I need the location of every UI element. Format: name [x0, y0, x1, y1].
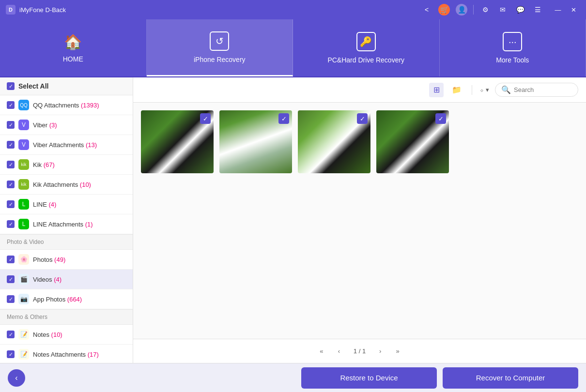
grid-view-button[interactable]: ⊞	[429, 83, 444, 97]
page-separator: /	[359, 347, 361, 355]
nav-bar: 🏠 HOME ↺ iPhone Recovery 🔑 PC&Hard Drive…	[0, 19, 586, 77]
toolbar-divider	[472, 85, 472, 95]
select-all-row[interactable]: Select All	[0, 77, 133, 95]
photo-check-3[interactable]: ✓	[357, 113, 368, 124]
home-icon: 🏠	[64, 33, 82, 50]
sidebar-item-videos[interactable]: 🎬 Videos (4)	[0, 270, 133, 289]
viber-label: Viber (3)	[33, 121, 57, 129]
select-all-checkbox[interactable]	[7, 82, 15, 90]
sidebar-item-notes-attachments[interactable]: 📝 Notes Attachments (17)	[0, 345, 133, 363]
search-input[interactable]	[514, 86, 572, 93]
kik-label: Kik (67)	[33, 161, 55, 168]
nav-item-home[interactable]: 🏠 HOME	[0, 19, 147, 76]
viber-attachments-checkbox[interactable]	[7, 141, 15, 149]
sidebar-item-viber[interactable]: V Viber (3)	[0, 115, 133, 135]
sidebar-item-line[interactable]: L LINE (4)	[0, 195, 133, 214]
qq-checkbox[interactable]	[7, 101, 15, 109]
sidebar: Select All QQ QQ Attachments (1393) V Vi…	[0, 77, 133, 363]
kik-icon: kik	[18, 159, 29, 170]
search-icon: 🔍	[501, 85, 511, 94]
viber-icon: V	[18, 120, 29, 130]
photo-item-2[interactable]: ✓	[219, 110, 292, 173]
select-all-label: Select All	[18, 82, 49, 90]
pagination: « ‹ 1 / 1 › »	[133, 339, 586, 363]
filter-button[interactable]: ⬦ ▾	[480, 86, 489, 93]
content-toolbar: ⊞ 📁 ⬦ ▾ 🔍	[133, 77, 586, 103]
share-icon[interactable]: <	[421, 4, 432, 15]
photo-grid: ✓ ✓ ✓ ✓	[133, 103, 586, 339]
chat-icon[interactable]: 💬	[514, 4, 526, 15]
notes-label: Notes (10)	[33, 331, 62, 338]
title-bar: D iMyFone D-Back < 🛒 👤 ⚙ ✉ 💬 ☰ — ✕	[0, 0, 586, 19]
main-content: Select All QQ QQ Attachments (1393) V Vi…	[0, 77, 586, 363]
photo-check-1[interactable]: ✓	[200, 113, 211, 124]
photo-check-4[interactable]: ✓	[435, 113, 446, 124]
photo-item-3[interactable]: ✓	[298, 110, 370, 173]
sidebar-item-kik[interactable]: kik Kik (67)	[0, 155, 133, 175]
photos-label: Photos (49)	[33, 256, 65, 263]
sidebar-item-viber-attachments[interactable]: V Viber Attachments (13)	[0, 135, 133, 155]
line-checkbox[interactable]	[7, 200, 15, 208]
filter-icon: ⬦	[480, 86, 484, 93]
sidebar-item-kik-attachments[interactable]: kik Kik Attachments (10)	[0, 175, 133, 195]
first-page-button[interactable]: «	[315, 345, 328, 358]
kik-attachments-checkbox[interactable]	[7, 181, 15, 188]
photo-item-4[interactable]: ✓	[376, 110, 449, 173]
line-attachments-icon: L	[18, 219, 29, 229]
photos-checkbox[interactable]	[7, 256, 15, 263]
photo-item-1[interactable]: ✓	[141, 110, 214, 173]
content-area: ⊞ 📁 ⬦ ▾ 🔍 ✓ ✓ ✓ ✓	[133, 77, 586, 363]
line-attachments-label: LINE Attachments (1)	[33, 221, 93, 228]
app-photos-label: App Photos (664)	[33, 296, 82, 303]
sidebar-item-notes[interactable]: 📝 Notes (10)	[0, 325, 133, 345]
nav-label-more-tools: More Tools	[496, 56, 529, 64]
mail-icon[interactable]: ✉	[497, 4, 509, 15]
viber-checkbox[interactable]	[7, 121, 15, 129]
notification-icon[interactable]: 🛒	[438, 4, 450, 15]
kik-attachments-label: Kik Attachments (10)	[33, 181, 91, 188]
recover-to-computer-button[interactable]: Recover to Computer	[443, 367, 578, 389]
nav-label-pc-recovery: PC&Hard Drive Recovery	[327, 56, 404, 64]
search-box: 🔍	[495, 83, 578, 97]
notes-attachments-checkbox[interactable]	[7, 350, 15, 358]
prev-page-button[interactable]: ‹	[332, 345, 346, 358]
nav-label-iphone-recovery: iPhone Recovery	[194, 56, 246, 63]
line-attachments-checkbox[interactable]	[7, 220, 15, 228]
sidebar-item-qq-attachments[interactable]: QQ QQ Attachments (1393)	[0, 95, 133, 115]
videos-icon: 🎬	[18, 274, 29, 285]
back-button[interactable]: ‹	[8, 369, 25, 387]
close-button[interactable]: ✕	[567, 3, 580, 16]
next-page-button[interactable]: ›	[373, 345, 387, 358]
notes-icon: 📝	[18, 329, 29, 340]
sidebar-item-line-attachments[interactable]: L LINE Attachments (1)	[0, 214, 133, 234]
nav-label-home: HOME	[63, 55, 83, 63]
last-page-button[interactable]: »	[391, 345, 404, 358]
pc-recovery-icon: 🔑	[356, 32, 376, 51]
menu-icon[interactable]: ☰	[532, 4, 543, 15]
sidebar-item-app-photos[interactable]: 📷 App Photos (664)	[0, 289, 133, 309]
restore-to-device-button[interactable]: Restore to Device	[301, 367, 437, 389]
title-bar-icons: < 🛒 👤 ⚙ ✉ 💬 ☰	[421, 4, 543, 15]
current-page: 1	[354, 347, 357, 355]
photo-check-2[interactable]: ✓	[278, 113, 289, 124]
nav-item-pc-recovery[interactable]: 🔑 PC&Hard Drive Recovery	[293, 19, 440, 76]
list-view-button[interactable]: 📁	[449, 83, 464, 97]
line-icon: L	[18, 199, 29, 210]
filter-chevron: ▾	[486, 86, 489, 93]
notes-checkbox[interactable]	[7, 331, 15, 338]
qq-label: QQ Attachments (1393)	[33, 102, 99, 109]
nav-item-more-tools[interactable]: ··· More Tools	[440, 19, 586, 76]
section-memo-others: Memo & Others	[0, 309, 133, 325]
settings-icon[interactable]: ⚙	[479, 4, 491, 15]
videos-label: Videos (4)	[33, 276, 62, 283]
notes-attachments-icon: 📝	[18, 349, 29, 360]
nav-item-iphone-recovery[interactable]: ↺ iPhone Recovery	[147, 19, 293, 76]
videos-checkbox[interactable]	[7, 275, 15, 283]
minimize-button[interactable]: —	[551, 3, 565, 16]
app-photos-checkbox[interactable]	[7, 295, 15, 303]
sidebar-item-photos[interactable]: 🌸 Photos (49)	[0, 250, 133, 270]
page-info: 1 / 1	[350, 347, 370, 355]
kik-checkbox[interactable]	[7, 161, 15, 168]
section-photo-video: Photo & Video	[0, 234, 133, 250]
profile-icon[interactable]: 👤	[456, 4, 467, 15]
